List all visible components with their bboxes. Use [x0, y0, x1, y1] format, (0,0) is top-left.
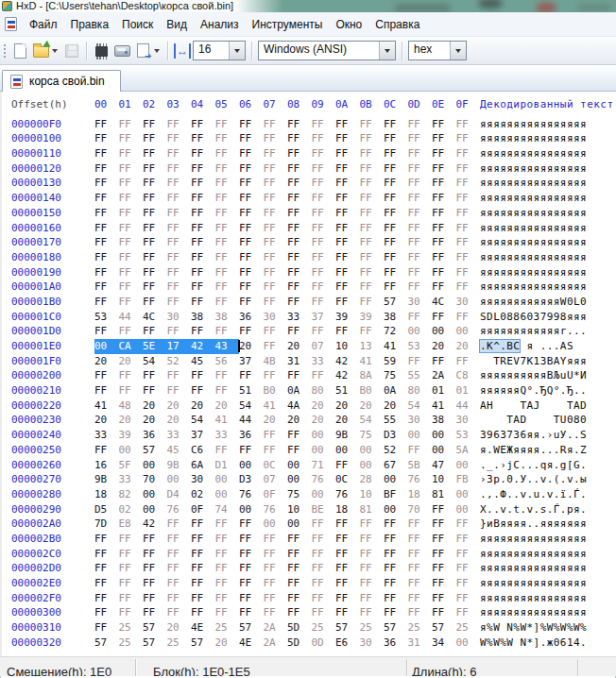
hex-byte[interactable]: FF	[264, 176, 288, 191]
hex-byte[interactable]: FF	[119, 131, 144, 146]
hex-byte[interactable]: 53	[456, 428, 481, 443]
hex-byte[interactable]: 20	[239, 339, 264, 354]
hex-byte[interactable]: FF	[312, 117, 336, 132]
decoded-text[interactable]: яяяяяяяяяяяяяяяя	[480, 547, 587, 562]
hex-byte[interactable]: FF	[408, 131, 433, 146]
hex-byte[interactable]: 02	[119, 502, 144, 517]
hex-byte[interactable]: FF	[264, 428, 288, 443]
hex-byte[interactable]: 75	[360, 428, 385, 443]
hex-byte[interactable]: FF	[432, 547, 456, 562]
decoded-text[interactable]: яяяяяяяяяяяяяяяя	[480, 265, 587, 280]
decoded-text[interactable]: яяяяяяяяяяяяяяяя	[480, 117, 587, 132]
hex-byte[interactable]: 10	[432, 472, 456, 487]
hex-byte[interactable]: 20	[94, 413, 119, 428]
hex-byte[interactable]: 00	[456, 636, 481, 651]
hex-byte[interactable]: 48	[119, 398, 144, 414]
hex-byte[interactable]: FF	[312, 176, 336, 191]
hex-byte[interactable]: 00	[215, 472, 240, 487]
hex-byte[interactable]: 01	[432, 383, 456, 398]
hex-byte[interactable]: FF	[384, 561, 408, 576]
hex-byte[interactable]: FF	[94, 324, 119, 339]
hex-byte[interactable]: FF	[432, 576, 456, 591]
hex-byte[interactable]: FF	[143, 324, 167, 339]
hex-byte[interactable]: 00	[432, 324, 456, 339]
hex-byte[interactable]: FF	[312, 324, 336, 339]
hex-byte[interactable]: 0D	[312, 636, 336, 651]
hex-byte[interactable]: FF	[312, 265, 336, 280]
hex-byte[interactable]: 30	[408, 413, 433, 428]
hex-byte[interactable]: 76	[312, 472, 336, 487]
hex-byte[interactable]: FF	[119, 383, 144, 398]
hex-byte[interactable]: FF	[94, 250, 119, 265]
hex-byte[interactable]: 41	[94, 398, 119, 414]
hex-byte[interactable]: FF	[312, 206, 336, 221]
hex-byte[interactable]: FF	[456, 561, 481, 576]
hex-byte[interactable]: 38	[384, 310, 408, 325]
hex-byte[interactable]: FF	[167, 295, 192, 310]
hex-byte[interactable]: 70	[143, 472, 167, 487]
hex-byte[interactable]: 00	[408, 428, 433, 443]
hex-byte[interactable]: 41	[432, 398, 456, 414]
hex-byte[interactable]: FF	[360, 324, 385, 339]
hex-byte[interactable]: FF	[215, 605, 240, 620]
hex-byte[interactable]: FF	[239, 280, 264, 295]
hex-byte[interactable]: FF	[239, 206, 264, 221]
hex-byte[interactable]: FF	[287, 605, 312, 620]
hex-byte[interactable]: FF	[215, 383, 240, 398]
hex-byte[interactable]: FF	[432, 146, 456, 161]
hex-byte[interactable]: FF	[191, 161, 215, 177]
hex-byte[interactable]: FF	[312, 532, 336, 547]
hex-byte[interactable]: 00	[143, 487, 167, 502]
hex-byte[interactable]: 30	[456, 413, 481, 428]
hex-byte[interactable]: FF	[143, 280, 167, 295]
hex-byte[interactable]: FF	[360, 131, 385, 146]
decoded-text[interactable]: яяяяяяяяяяяяяяяя	[480, 131, 587, 146]
hex-byte[interactable]: FF	[143, 591, 167, 606]
hex-byte[interactable]: FF	[215, 131, 240, 146]
hex-byte[interactable]: FF	[360, 117, 385, 132]
hex-byte[interactable]: FF	[432, 532, 456, 547]
hex-byte[interactable]: E8	[119, 517, 144, 532]
hex-byte[interactable]: FF	[384, 265, 408, 280]
hex-byte[interactable]: FF	[191, 206, 215, 221]
hex-byte[interactable]: FF	[119, 532, 144, 547]
hex-byte[interactable]: 00	[215, 487, 240, 502]
hex-byte[interactable]: FF	[335, 295, 360, 310]
hex-byte[interactable]: 54	[239, 398, 264, 414]
hex-byte[interactable]: FF	[287, 591, 312, 606]
hex-byte[interactable]: FF	[143, 117, 167, 132]
hex-byte[interactable]: 57	[191, 636, 215, 651]
hex-byte[interactable]: FF	[143, 383, 167, 398]
hex-byte[interactable]: FF	[335, 280, 360, 295]
hex-byte[interactable]: FF	[167, 517, 192, 532]
hex-byte[interactable]: 37	[191, 428, 215, 443]
hex-byte[interactable]: 2A	[264, 636, 288, 651]
hex-byte[interactable]: FF	[360, 532, 385, 547]
hex-byte[interactable]: FF	[119, 176, 144, 191]
hex-byte[interactable]: FF	[167, 221, 192, 236]
hex-byte[interactable]: FF	[94, 221, 119, 236]
hex-byte[interactable]: 76	[239, 487, 264, 502]
hex-byte[interactable]: FF	[360, 206, 385, 221]
hex-byte[interactable]: 74	[215, 502, 240, 517]
hex-byte[interactable]: FF	[456, 605, 481, 620]
hex-byte[interactable]: 00	[335, 443, 360, 458]
hex-byte[interactable]: FF	[119, 117, 144, 132]
hex-byte[interactable]: 43	[215, 339, 240, 354]
hex-byte[interactable]: 54	[143, 354, 167, 369]
hex-byte[interactable]: FF	[432, 131, 456, 146]
hex-byte[interactable]: 20	[94, 354, 119, 369]
hex-byte[interactable]: FF	[408, 591, 433, 606]
hex-byte[interactable]: 80	[408, 383, 433, 398]
hex-byte[interactable]: FF	[94, 176, 119, 191]
hex-byte[interactable]: FF	[360, 146, 385, 161]
hex-byte[interactable]: 2A	[264, 620, 288, 636]
hex-byte[interactable]: FF	[215, 206, 240, 221]
hex-byte[interactable]: 5A	[456, 443, 481, 458]
hex-byte[interactable]: FF	[264, 591, 288, 606]
hex-byte[interactable]: 25	[119, 636, 144, 651]
hex-byte[interactable]: FF	[432, 265, 456, 280]
hex-byte[interactable]: FF	[94, 576, 119, 591]
decoded-text[interactable]: яяяяяяяяяяяяW0L0	[480, 295, 587, 310]
hex-byte[interactable]: FF	[456, 235, 481, 250]
